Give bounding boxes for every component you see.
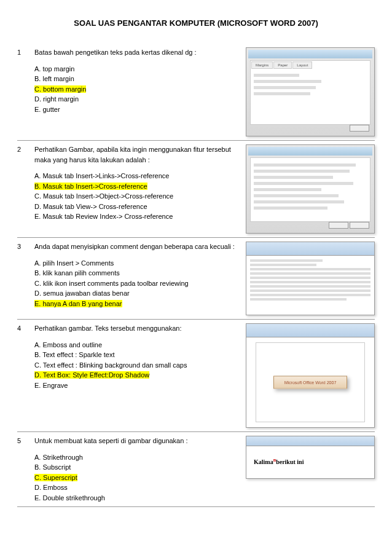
textbox-content: Microsoft Office Word 2007 (273, 376, 347, 389)
questions-container: 1Batas bawah pengetikan teks pada kertas… (17, 47, 375, 507)
question-number: 2 (17, 144, 34, 234)
question-option: B. klik kanan pilih comments (34, 268, 240, 278)
highlighted-answer: C. bottom margin (34, 85, 86, 93)
question-image: Kalimanberikut ini (246, 436, 375, 503)
question-option: C. Text effect : Blinking background dan… (34, 360, 240, 371)
highlighted-answer: E. hanya A dan B yang benar (34, 300, 122, 307)
highlighted-answer: D. Text Box: Style Effect:Drop Shadow (34, 371, 149, 379)
page-setup-dialog-icon: MarginsPaperLayout (246, 47, 375, 136)
question-image (246, 242, 375, 315)
question-option: D. right margin (34, 94, 240, 104)
highlighted-answer: B. Masuk tab Insert->Cross-reference (34, 183, 147, 190)
question-option: A. Masuk tab Insert->Links->Cross-refere… (34, 171, 240, 181)
question-content: Batas bawah pengetikan teks pada kertas … (34, 47, 246, 136)
question-number: 5 (17, 436, 34, 503)
question-option: D. Text Box: Style Effect:Drop Shadow (34, 370, 240, 380)
question-row: 4Perhatikan gambar. Teks tersebut menggu… (17, 323, 375, 432)
question-text: Perhatikan Gambar, apabila kita ingin me… (34, 144, 240, 165)
question-option: E. Double strikethrough (34, 493, 240, 503)
question-text: Untuk membuat kata seperti di gambar dig… (34, 436, 240, 446)
question-option: C. Superscript (34, 473, 240, 483)
question-option: C. bottom margin (34, 84, 240, 95)
question-image: MarginsPaperLayout (246, 47, 375, 136)
question-row: 3Anda dapat menyisipkan comment dengan b… (17, 242, 375, 320)
question-option: A. Emboss and outline (34, 340, 240, 350)
question-content: Perhatikan gambar. Teks tersebut menggun… (34, 323, 246, 428)
question-text: Perhatikan gambar. Teks tersebut menggun… (34, 323, 240, 334)
question-option: E. hanya A dan B yang benar (34, 299, 240, 309)
question-option: B. left margin (34, 74, 240, 84)
question-number: 3 (17, 242, 34, 315)
question-option: B. Masuk tab Insert->Cross-reference (34, 181, 240, 192)
question-text: Batas bawah pengetikan teks pada kertas … (34, 47, 240, 58)
question-option: A. Strikethrough (34, 452, 240, 463)
question-option: C. Masuk tab Insert->Object->Cross-refer… (34, 191, 240, 202)
question-option: E. Masuk tab Review Index-> Cross-refere… (34, 211, 240, 222)
question-option: E. gutter (34, 104, 240, 115)
question-number: 1 (17, 47, 34, 136)
question-content: Anda dapat menyisipkan comment dengan be… (34, 242, 246, 315)
question-content: Untuk membuat kata seperti di gambar dig… (34, 436, 246, 503)
document-title: SOAL UAS PENGANTAR KOMPUTER (MICROSOFT W… (17, 18, 375, 28)
question-image: Microsoft Office Word 2007 (246, 323, 375, 428)
question-option: D. Emboss (34, 482, 240, 493)
question-option: C. klik ikon insert comments pada toolba… (34, 278, 240, 289)
question-text: Anda dapat menyisipkan comment dengan be… (34, 242, 240, 252)
question-option: A. pilih Insert > Comments (34, 258, 240, 269)
question-option: D. Masuk tab View-> Cross-reference (34, 202, 240, 212)
question-row: 5Untuk membuat kata seperti di gambar di… (17, 436, 375, 507)
highlighted-answer: C. Superscript (34, 474, 77, 481)
superscript-text: Kalimanberikut ini (246, 446, 374, 476)
question-content: Perhatikan Gambar, apabila kita ingin me… (34, 144, 246, 234)
textbox-shadow-icon: Microsoft Office Word 2007 (246, 323, 375, 428)
question-row: 1Batas bawah pengetikan teks pada kertas… (17, 47, 375, 141)
cross-reference-dialog-icon (246, 144, 375, 234)
comments-view-icon (246, 242, 375, 315)
question-option: B. Text effect : Sparkle text (34, 350, 240, 360)
question-option: E. Engrave (34, 380, 240, 391)
question-image (246, 144, 375, 234)
question-option: D. semua jawaban diatas benar (34, 288, 240, 299)
question-number: 4 (17, 323, 34, 428)
question-option: B. Subscript (34, 462, 240, 473)
question-option: A. top margin (34, 64, 240, 74)
superscript-example-icon: Kalimanberikut ini (246, 436, 375, 479)
question-row: 2Perhatikan Gambar, apabila kita ingin m… (17, 144, 375, 238)
